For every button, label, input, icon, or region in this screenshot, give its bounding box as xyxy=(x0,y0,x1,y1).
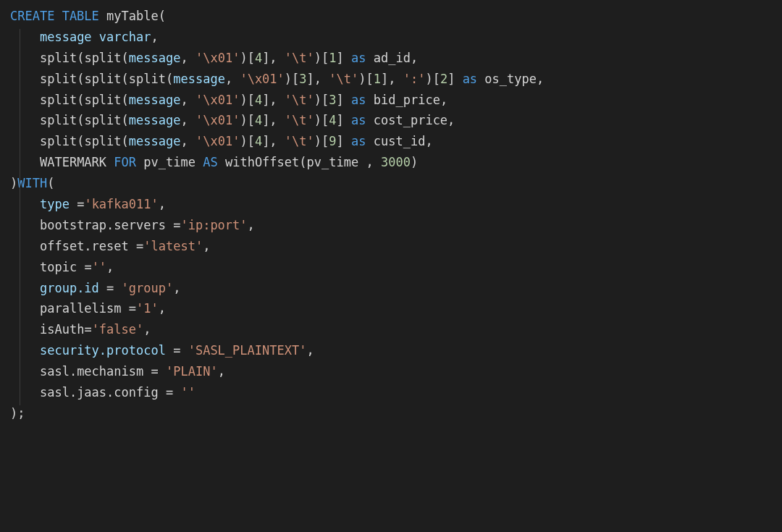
str-x01: '\x01' xyxy=(196,134,240,148)
code-block: CREATE TABLE myTable( message varchar, s… xyxy=(0,0,782,430)
keyword-as: as xyxy=(351,51,366,65)
pv-time-arg: pv_time xyxy=(307,155,359,169)
alias-os-type: os_type xyxy=(484,72,537,86)
type-varchar: varchar xyxy=(99,30,151,44)
arg-message: message xyxy=(129,93,181,107)
str-x01: '\x01' xyxy=(196,93,240,107)
num-4: 4 xyxy=(255,113,262,127)
arg-message: message xyxy=(129,134,181,148)
fn-split: split xyxy=(84,51,121,65)
arg-message: message xyxy=(129,51,181,65)
keyword-as: as xyxy=(351,113,366,127)
val-group: 'group' xyxy=(122,281,174,295)
num-3: 3 xyxy=(329,93,336,107)
keyword-as: as xyxy=(351,93,366,107)
prop-type: type xyxy=(40,197,70,211)
alias-cust-id: cust_id xyxy=(374,134,426,148)
fn-split: split xyxy=(40,134,77,148)
num-3: 3 xyxy=(299,72,306,86)
keyword-as: as xyxy=(351,134,366,148)
keyword-as-caps: AS xyxy=(203,155,217,169)
str-tab: '\t' xyxy=(285,113,314,127)
prop-parallelism: parallelism xyxy=(40,301,122,316)
fn-split: split xyxy=(84,93,121,107)
prop-offset-reset: offset.reset xyxy=(40,239,129,253)
prop-security-protocol: security.protocol xyxy=(40,343,166,358)
num-4: 4 xyxy=(329,113,336,127)
table-name: myTable xyxy=(106,9,159,23)
arg-message: message xyxy=(129,113,181,127)
val-topic: '' xyxy=(92,260,106,274)
num-4: 4 xyxy=(255,134,262,148)
val-latest: 'latest' xyxy=(143,239,203,253)
fn-split: split xyxy=(40,93,77,107)
col-message: message xyxy=(40,30,92,44)
fn-split: split xyxy=(40,113,77,127)
prop-group-id: group.id xyxy=(40,281,99,295)
keyword-create-table: CREATE TABLE xyxy=(10,9,99,23)
val-ip-port: 'ip:port' xyxy=(180,218,247,232)
pv-time: pv_time xyxy=(143,155,196,169)
num-3000: 3000 xyxy=(381,155,411,169)
fn-split: split xyxy=(129,72,166,86)
str-colon: ':' xyxy=(403,72,426,86)
keyword-with: WITH xyxy=(17,176,47,190)
val-parallelism: '1' xyxy=(136,301,159,316)
indent-guide xyxy=(20,29,20,405)
num-2: 2 xyxy=(440,72,447,86)
str-tab: '\t' xyxy=(285,93,314,107)
prop-isauth: isAuth xyxy=(40,322,84,337)
num-4: 4 xyxy=(255,51,262,65)
prop-topic: topic xyxy=(40,260,77,274)
fn-split: split xyxy=(84,113,121,127)
prop-sasl-jaas-config: sasl.jaas.config xyxy=(40,385,159,400)
num-4: 4 xyxy=(255,93,262,107)
val-isauth: 'false' xyxy=(92,322,144,337)
val-security-protocol: 'SASL_PLAINTEXT' xyxy=(188,343,307,358)
fn-split: split xyxy=(40,51,77,65)
val-kafka011: 'kafka011' xyxy=(84,197,158,211)
keyword-as: as xyxy=(463,72,477,86)
arg-message: message xyxy=(173,72,225,86)
comma: , xyxy=(151,30,159,44)
val-sasl-mechanism: 'PLAIN' xyxy=(166,364,218,379)
prop-sasl-mechanism: sasl.mechanism xyxy=(40,364,143,379)
str-tab: '\t' xyxy=(285,134,314,148)
alias-bid-price: bid_price xyxy=(374,93,440,107)
fn-withoffset: withOffset xyxy=(225,155,299,169)
keyword-watermark: WATERMARK xyxy=(40,155,106,169)
alias-ad-id: ad_id xyxy=(374,51,411,65)
str-x01: '\x01' xyxy=(240,72,284,86)
str-tab: '\t' xyxy=(285,51,314,65)
fn-split: split xyxy=(84,134,121,148)
str-x01: '\x01' xyxy=(196,51,240,65)
keyword-for: FOR xyxy=(114,155,136,169)
paren-open: ( xyxy=(159,9,166,23)
num-9: 9 xyxy=(329,134,336,148)
num-1: 1 xyxy=(329,51,336,65)
str-x01: '\x01' xyxy=(196,113,240,127)
alias-cost-price: cost_price xyxy=(374,113,447,127)
num-1: 1 xyxy=(374,72,381,86)
fn-split: split xyxy=(84,72,121,86)
val-sasl-jaas-config: '' xyxy=(180,385,195,400)
str-tab: '\t' xyxy=(329,72,358,86)
fn-split: split xyxy=(40,72,77,86)
prop-bootstrap-servers: bootstrap.servers xyxy=(40,218,166,232)
